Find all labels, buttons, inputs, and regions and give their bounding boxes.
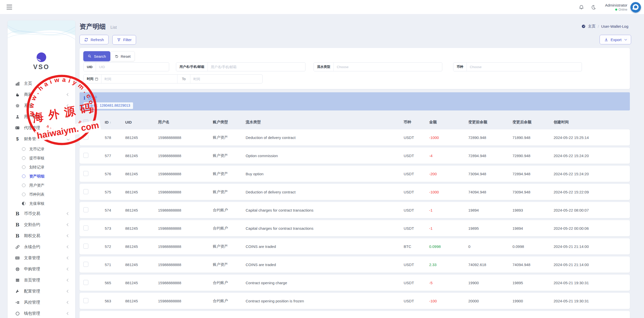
search-panel: Search Reset UID 用户名/手机/邮箱 流水类型 币种 — [80, 48, 630, 89]
time-range-field-group: 时间 To — [83, 74, 263, 83]
info-icon: i — [84, 95, 85, 101]
cell-uid: 881245 — [125, 135, 158, 140]
row-checkbox[interactable] — [83, 280, 88, 285]
chevron-left-icon — [67, 212, 69, 215]
cell-uid: 881245 — [125, 208, 158, 212]
sidebar-item[interactable]: 文章管理 — [8, 252, 75, 264]
col-header-created: 创建时间 — [554, 120, 630, 125]
cell-amount: 2.33 — [429, 263, 468, 267]
dark-mode-moon-icon[interactable] — [591, 5, 596, 10]
table-row: 57188124515988888888账户资产COINS are traded… — [80, 256, 630, 273]
row-checkbox[interactable] — [83, 189, 88, 194]
cell-account-type: 合约账户 — [213, 280, 246, 285]
table-row: 57588124515988888888账户资产Deduction of del… — [80, 184, 630, 200]
calendar-icon — [95, 78, 98, 80]
uid-input[interactable] — [96, 63, 169, 71]
cell-amount: -5 — [429, 281, 468, 285]
cell-id: 571 — [105, 263, 125, 267]
sort-asc-icon: ↑ — [110, 121, 111, 124]
total-amount-chip: 总金额: 1280481.88229013 — [84, 102, 133, 109]
notification-bell-icon[interactable] — [579, 5, 584, 10]
cell-after-balance: 19893 — [512, 208, 554, 212]
sidebar-subitem[interactable]: 划转记录 — [8, 163, 75, 172]
filter-button[interactable]: Filter — [112, 35, 136, 45]
search-button[interactable]: Search — [83, 51, 110, 61]
sidebar-item[interactable]: B期权交易 — [8, 230, 75, 241]
page-title: 资产明细 — [80, 22, 106, 31]
flow-type-select[interactable] — [334, 63, 442, 71]
currency-select[interactable] — [467, 63, 582, 71]
row-checkbox[interactable] — [83, 225, 88, 230]
sidebar-subitem[interactable]: 充值审核 — [8, 199, 75, 208]
cell-amount: -200 — [429, 172, 468, 176]
sidebar-item[interactable]: 申购管理 — [8, 264, 75, 275]
time-to-separator: To — [177, 75, 190, 83]
select-all-checkbox[interactable] — [83, 119, 88, 124]
breadcrumb-home[interactable]: 主页 — [588, 24, 596, 29]
row-checkbox[interactable] — [83, 153, 88, 158]
filter-funnel-icon — [117, 38, 121, 42]
cell-after-balance: 0.0998 — [512, 244, 554, 249]
time-to-input[interactable] — [190, 75, 262, 83]
newspaper-icon — [14, 255, 21, 261]
cell-before-balance: 74094.948 — [468, 190, 512, 194]
col-header-before: 变更前余额 — [468, 120, 512, 125]
sidebar-subitem[interactable]: 充币记录 — [8, 144, 75, 154]
cell-created-time: 2024-05-22 15:24:20 — [554, 154, 630, 158]
cell-amount: -1000 — [429, 190, 468, 194]
sidebar-item[interactable]: 商家 — [8, 89, 75, 100]
sidebar-item[interactable]: 首页管理 — [8, 275, 75, 286]
bitcoin-icon: B — [14, 222, 21, 227]
sidebar-item[interactable]: B币币交易 — [8, 208, 75, 219]
sidebar-item[interactable]: $财务管理 — [8, 133, 75, 144]
sidebar-subitem[interactable]: 币种列表 — [8, 190, 75, 199]
sidebar-item[interactable]: 代理管理 — [8, 122, 75, 133]
menu-toggle-icon[interactable] — [7, 5, 12, 9]
user-status: Online — [619, 8, 627, 11]
sidebar-item[interactable]: 钱包管理 — [8, 308, 75, 318]
breadcrumb-current: User-Wallet-Log — [601, 24, 628, 28]
row-checkbox[interactable] — [83, 135, 88, 140]
cell-after-balance: 71890.948 — [512, 135, 554, 140]
account-input[interactable] — [208, 63, 305, 71]
col-header-username: 用户名 — [158, 120, 213, 125]
circle-bullet-icon — [22, 193, 25, 196]
sidebar-item[interactable]: B交割合约 — [8, 219, 75, 230]
row-checkbox[interactable] — [83, 262, 88, 267]
row-checkbox[interactable] — [83, 244, 88, 249]
sidebar-item[interactable]: 用户管理 — [8, 111, 75, 122]
list-icon — [14, 278, 21, 283]
statistics-title: 统计 — [88, 95, 97, 101]
col-header-id[interactable]: ID↑ — [105, 120, 125, 124]
cell-currency: USDT — [404, 208, 429, 212]
merchant-icon — [14, 92, 21, 97]
chevron-left-icon — [67, 234, 69, 237]
row-checkbox[interactable] — [83, 207, 88, 212]
chevron-left-icon — [67, 104, 69, 107]
sidebar-item[interactable]: 永续合约 — [8, 241, 75, 252]
row-checkbox[interactable] — [83, 171, 88, 176]
reset-button[interactable]: Reset — [110, 51, 135, 61]
cell-created-time: 2024-05-22 15:22:09 — [554, 190, 630, 194]
cell-before-balance: 19900 — [468, 281, 512, 285]
col-header-uid: UID — [125, 120, 158, 124]
sidebar-subitem[interactable]: 提币审核 — [8, 154, 75, 163]
sidebar-item[interactable]: 系统 — [8, 100, 75, 111]
page-subtitle: List — [110, 25, 117, 30]
cell-currency: USDT — [404, 154, 429, 158]
sidebar-item[interactable]: 主页 — [8, 78, 75, 89]
avatar[interactable] — [630, 2, 641, 13]
cell-before-balance: 19895 — [468, 226, 512, 230]
sidebar-subitem[interactable]: 用户资产 — [8, 181, 75, 190]
sidebar-item[interactable]: 配置管理 — [8, 286, 75, 297]
sidebar-item[interactable]: 风控管理 — [8, 297, 75, 308]
time-from-input[interactable] — [101, 75, 177, 83]
row-checkbox[interactable] — [83, 298, 88, 303]
cell-created-time: 2024-05-21 21:14:00 — [554, 263, 630, 267]
statistics-banner: i 统计 总金额: 1280481.88229013 — [80, 92, 630, 110]
sidebar-menu: 主页商家系统用户管理代理管理$财务管理充币记录提币审核划转记录资产明细用户资产币… — [8, 78, 75, 318]
sidebar-subitem[interactable]: 资产明细 — [8, 172, 75, 181]
cell-flow-type: COINS are traded — [246, 263, 404, 267]
export-button[interactable]: Export — [600, 35, 631, 44]
refresh-button[interactable]: Refresh — [80, 35, 109, 44]
